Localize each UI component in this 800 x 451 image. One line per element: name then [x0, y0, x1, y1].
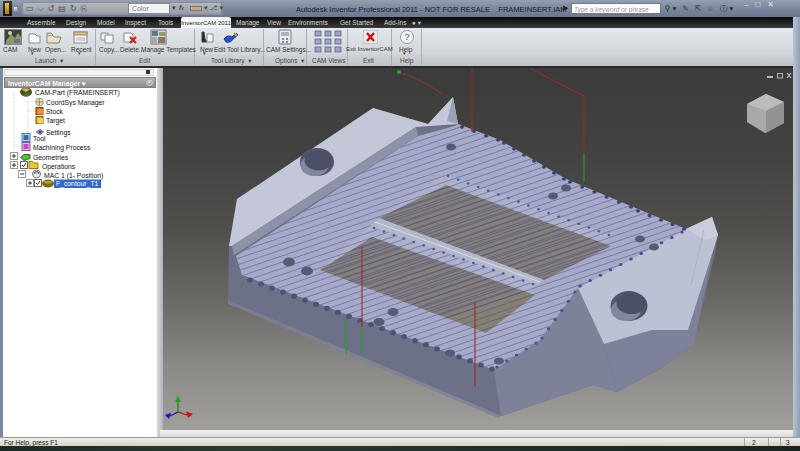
svg-text:Machining Process: Machining Process — [33, 144, 91, 152]
svg-text:?: ? — [404, 32, 409, 42]
svg-text:CoordSys Manager: CoordSys Manager — [46, 99, 105, 107]
svg-text:Geometries: Geometries — [33, 154, 69, 161]
svg-text:Tool: Tool — [33, 135, 46, 142]
svg-text:Settings: Settings — [46, 129, 71, 137]
svg-text:MAC 1 (1- Position): MAC 1 (1- Position) — [44, 172, 103, 180]
svg-text:Target: Target — [46, 117, 65, 125]
svg-text:CAM-Part (FRAMEINSERT): CAM-Part (FRAMEINSERT) — [35, 89, 120, 97]
svg-text:Operations: Operations — [42, 163, 76, 171]
svg-text:Stock: Stock — [46, 108, 64, 115]
svg-text:F_contour_T1: F_contour_T1 — [56, 180, 99, 188]
